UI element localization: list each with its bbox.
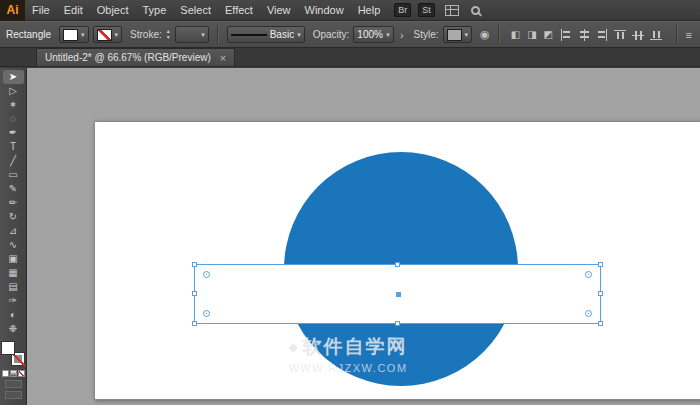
fill-swatch	[63, 29, 78, 41]
selection-handle-bottom-center[interactable]	[395, 321, 400, 326]
corner-widget-bottom-left[interactable]	[203, 310, 210, 317]
symbol-sprayer-tool[interactable]: ❉	[3, 322, 24, 336]
fill-stroke-indicator[interactable]	[1, 341, 25, 366]
gradient-button[interactable]	[10, 370, 17, 377]
bridge-button[interactable]: Br	[394, 3, 411, 17]
align-right-icon[interactable]	[596, 29, 608, 41]
selection-handle-top-left[interactable]	[192, 262, 197, 267]
app-logo[interactable]: Ai	[0, 0, 25, 21]
corner-widget-top-left[interactable]	[203, 271, 210, 278]
direct-selection-tool[interactable]: ▷	[3, 84, 24, 98]
shape-mode-icon-1[interactable]: ◧	[511, 29, 520, 40]
color-mode-row	[2, 370, 25, 377]
selection-tool[interactable]: ➤	[3, 70, 24, 84]
blend-tool[interactable]: ◐	[3, 308, 24, 322]
lasso-tool[interactable]: ◌	[3, 112, 24, 126]
watermark-url: WWW.RJZXW.COM	[255, 362, 441, 374]
caret-down-icon: ▾	[386, 31, 390, 38]
opacity-dropdown[interactable]: 100% ▾	[353, 26, 394, 43]
workspace-switcher-icon[interactable]	[445, 5, 459, 16]
menu-file[interactable]: File	[25, 0, 57, 21]
shape-mode-icon-3[interactable]: ◩	[544, 29, 553, 40]
caret-down-icon: ▾	[201, 31, 205, 38]
align-bottom-icon[interactable]	[650, 29, 662, 41]
style-swatch	[447, 29, 462, 41]
tab-close-icon[interactable]: ×	[220, 53, 226, 63]
brush-stroke-preview	[231, 34, 267, 36]
selection-handle-top-right[interactable]	[598, 262, 603, 267]
menu-view[interactable]: View	[260, 0, 298, 21]
style-dropdown[interactable]: ▾	[443, 26, 473, 43]
none-button[interactable]	[18, 370, 25, 377]
panel-menu-icon[interactable]: ≡	[686, 29, 692, 41]
stroke-weight-dropdown[interactable]: ▾	[175, 26, 209, 43]
selected-rectangle[interactable]	[194, 264, 601, 324]
panel-expander-icon[interactable]: ›	[400, 29, 404, 41]
selection-handle-middle-right[interactable]	[598, 291, 603, 296]
menu-help[interactable]: Help	[351, 0, 388, 21]
align-vertical-center-icon[interactable]	[632, 29, 644, 41]
shape-builder-tool[interactable]: ▣	[3, 252, 24, 266]
canvas[interactable]: ◆ 软件自学网 WWW.RJZXW.COM	[27, 68, 700, 405]
scale-tool[interactable]: ⊿	[3, 224, 24, 238]
caret-down-icon: ▾	[115, 31, 119, 38]
line-segment-tool[interactable]: ╱	[3, 154, 24, 168]
stroke-weight-stepper[interactable]: ▲ ▼	[166, 29, 171, 40]
selection-handle-bottom-right[interactable]	[598, 321, 603, 326]
document-title: Untitled-2* @ 66.67% (RGB/Preview)	[45, 52, 211, 63]
fill-indicator[interactable]	[1, 341, 15, 355]
watermark-text: 软件自学网	[303, 334, 408, 360]
paintbrush-tool[interactable]: ✎	[3, 182, 24, 196]
selection-handle-top-center[interactable]	[395, 262, 400, 267]
menu-window[interactable]: Window	[298, 0, 351, 21]
eyedropper-tool[interactable]: ✑	[3, 294, 24, 308]
align-top-icon[interactable]	[614, 29, 626, 41]
watermark-title: ◆ 软件自学网	[255, 334, 441, 360]
document-tab[interactable]: Untitled-2* @ 66.67% (RGB/Preview) ×	[36, 48, 235, 66]
watermark: ◆ 软件自学网 WWW.RJZXW.COM	[255, 334, 441, 374]
divider	[498, 25, 500, 44]
align-left-icon[interactable]	[560, 29, 572, 41]
search-icon[interactable]	[471, 6, 480, 15]
menu-select[interactable]: Select	[173, 0, 218, 21]
opacity-label: Opacity:	[313, 29, 350, 40]
divider	[217, 25, 219, 44]
selection-handle-middle-left[interactable]	[192, 291, 197, 296]
width-tool[interactable]: ∿	[3, 238, 24, 252]
menu-effect[interactable]: Effect	[218, 0, 260, 21]
pen-tool[interactable]: ✒	[3, 126, 24, 140]
menu-object[interactable]: Object	[90, 0, 136, 21]
menu-type[interactable]: Type	[136, 0, 174, 21]
menu-bar: Ai File Edit Object Type Select Effect V…	[0, 0, 700, 21]
stroke-color-dropdown[interactable]: ▾	[93, 26, 123, 43]
context-label: Rectangle	[6, 29, 51, 40]
opacity-value: 100%	[357, 29, 383, 40]
magic-wand-tool[interactable]: ✶	[3, 98, 24, 112]
rotate-tool[interactable]: ↻	[3, 210, 24, 224]
recolor-artwork-icon[interactable]: ◉	[480, 28, 490, 41]
mesh-tool[interactable]: ▦	[3, 266, 24, 280]
center-point	[396, 292, 401, 297]
align-horizontal-center-icon[interactable]	[578, 29, 590, 41]
gradient-tool[interactable]: ▤	[3, 280, 24, 294]
color-button[interactable]	[2, 370, 9, 377]
draw-mode-button[interactable]	[5, 380, 22, 388]
corner-widget-bottom-right[interactable]	[585, 310, 592, 317]
stepper-down-icon[interactable]: ▼	[166, 35, 171, 40]
type-tool[interactable]: T	[3, 140, 24, 154]
screen-mode-button[interactable]	[5, 391, 22, 399]
pencil-tool[interactable]: ✏	[3, 196, 24, 210]
selection-handle-bottom-left[interactable]	[192, 321, 197, 326]
stroke-label: Stroke:	[130, 29, 162, 40]
tools-panel: ➤ ▷ ✶ ◌ ✒ T	[0, 68, 27, 405]
control-bar: Rectangle ▾ ▾ Stroke: ▲ ▼ ▾ Basic ▾ Opac…	[0, 21, 700, 48]
corner-widget-top-right[interactable]	[585, 271, 592, 278]
menu-edit[interactable]: Edit	[57, 0, 90, 21]
brush-value: Basic	[270, 29, 294, 40]
fill-color-dropdown[interactable]: ▾	[59, 26, 89, 43]
rectangle-tool[interactable]: ▭	[3, 168, 24, 182]
caret-down-icon: ▾	[81, 31, 85, 38]
brush-definition-dropdown[interactable]: Basic ▾	[227, 26, 305, 43]
stock-button[interactable]: St	[418, 3, 435, 17]
shape-mode-icon-2[interactable]: ◨	[527, 29, 536, 40]
